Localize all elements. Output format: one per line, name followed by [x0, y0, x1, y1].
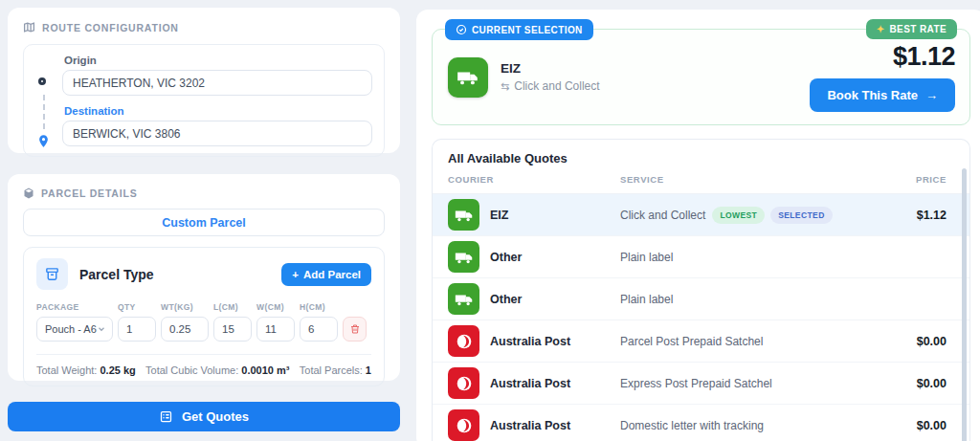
get-quotes-label: Get Quotes — [182, 409, 249, 424]
totals-divider — [36, 354, 371, 355]
parcel-row: Pouch - A6 — [36, 317, 371, 342]
parcel-details-header: PARCEL DETAILS — [23, 187, 385, 199]
route-configuration-panel: ROUTE CONFIGURATION Origin Destination — [8, 8, 400, 153]
box-icon — [23, 187, 34, 199]
quote-price: $0.00 — [870, 377, 947, 390]
eiz-logo — [448, 241, 479, 273]
route-fields: Origin Destination — [62, 53, 372, 146]
australia-post-logo — [448, 325, 479, 357]
col-qty: QTY — [118, 302, 156, 312]
truck-icon — [456, 65, 480, 90]
quote-price: $0.00 — [870, 335, 947, 348]
quote-row[interactable]: Other Plain label — [433, 278, 969, 320]
swap-arrows-icon: ⇆ — [501, 80, 509, 93]
courier-name: Australia Post — [490, 377, 570, 390]
quote-price: $0.00 — [870, 419, 947, 432]
origin-icon — [38, 77, 46, 85]
truck-icon — [454, 289, 475, 310]
best-rate-badge-label: BEST RATE — [889, 24, 947, 34]
courier-name: Other — [490, 293, 522, 306]
quote-price: $1.12 — [870, 209, 947, 222]
package-select[interactable]: Pouch - A6 — [36, 317, 113, 342]
delete-parcel-button[interactable] — [343, 317, 367, 342]
truck-icon — [454, 205, 475, 226]
parcel-details-panel: PARCEL DETAILS Custom Parcel Parcel Type… — [8, 174, 400, 381]
courier-name: EIZ — [490, 209, 508, 222]
parcel-type-card: Parcel Type + Add Parcel PACKAGE QTY WT(… — [23, 247, 385, 386]
auspost-ball-icon — [454, 373, 475, 394]
package-select-value: Pouch - A6 — [45, 323, 97, 335]
length-input[interactable] — [213, 317, 252, 342]
auspost-ball-icon — [454, 331, 475, 352]
quote-row[interactable]: Australia Post Express Post Prepaid Satc… — [433, 363, 969, 405]
current-selection-badge: CURRENT SELECTION — [445, 19, 593, 40]
destination-label: Destination — [64, 105, 372, 117]
width-input[interactable] — [256, 317, 295, 342]
total-weight: Total Weight: 0.25 kg — [36, 364, 136, 376]
destination-input[interactable] — [62, 121, 372, 146]
courier-name: Australia Post — [490, 419, 570, 432]
route-connector-line — [43, 95, 45, 129]
book-this-rate-button[interactable]: Book This Rate → — [810, 78, 955, 112]
sparkle-icon: ✦ — [877, 24, 885, 34]
quotes-scrollbar[interactable] — [962, 168, 967, 441]
all-quotes-card: All Available Quotes COURIER SERVICE PRI… — [432, 139, 970, 441]
selection-rate: $1.12 Book This Rate → — [810, 42, 955, 112]
chevron-down-icon — [97, 324, 106, 334]
quote-row[interactable]: Australia Post Parcel Post Prepaid Satch… — [433, 320, 969, 363]
parcel-type-title: Parcel Type — [79, 267, 154, 282]
service-name: Express Post Prepaid Satchel — [620, 377, 772, 390]
auspost-ball-icon — [454, 415, 475, 436]
quotes-table-header: COURIER SERVICE PRICE — [433, 174, 969, 194]
service-name: Parcel Post Prepaid Satchel — [620, 335, 763, 348]
col-w: W(CM) — [256, 302, 295, 312]
route-configuration-title: ROUTE CONFIGURATION — [42, 22, 179, 33]
service-name: Plain label — [620, 251, 673, 264]
check-circle-icon — [456, 24, 467, 35]
custom-parcel-button[interactable]: Custom Parcel — [23, 209, 385, 236]
service-name: Domestic letter with tracking — [620, 419, 764, 432]
australia-post-logo — [448, 409, 479, 441]
current-selection-badge-label: CURRENT SELECTION — [472, 25, 583, 35]
parcel-type-tile — [36, 258, 68, 290]
col-service: SERVICE — [620, 174, 870, 185]
quote-row[interactable]: Other Plain label — [433, 236, 969, 278]
height-input[interactable] — [300, 317, 338, 342]
truck-icon — [454, 247, 475, 268]
add-parcel-label: Add Parcel — [303, 269, 361, 280]
qty-input[interactable] — [118, 317, 156, 342]
parcel-details-title: PARCEL DETAILS — [41, 187, 137, 199]
col-price: PRICE — [870, 174, 947, 185]
trash-icon — [349, 323, 361, 335]
quote-row[interactable]: EIZ Click and Collect LOWESTSELECTED $1.… — [433, 194, 969, 236]
badge-selected: SELECTED — [770, 207, 833, 224]
add-parcel-button[interactable]: + Add Parcel — [281, 263, 371, 286]
best-rate-badge: ✦ BEST RATE — [866, 19, 957, 39]
quotes-panel: CURRENT SELECTION ✦ BEST RATE EIZ ⇆ Clic… — [416, 10, 980, 441]
route-configuration-header: ROUTE CONFIGURATION — [23, 21, 385, 33]
eiz-logo — [448, 199, 479, 231]
weight-input[interactable] — [161, 317, 209, 342]
quotes-list: EIZ Click and Collect LOWESTSELECTED $1.… — [433, 194, 969, 441]
all-quotes-title: All Available Quotes — [433, 140, 969, 174]
map-icon — [23, 21, 35, 33]
calculator-icon — [159, 409, 173, 424]
parcel-columns-header: PACKAGE QTY WT(KG) L(CM) W(CM) H(CM) — [36, 302, 371, 312]
selected-price: $1.12 — [810, 42, 955, 72]
origin-input[interactable] — [62, 70, 372, 96]
selected-courier: EIZ ⇆ Click and Collect — [448, 57, 600, 98]
col-package: PACKAGE — [36, 302, 113, 312]
book-this-rate-label: Book This Rate — [827, 88, 918, 102]
get-quotes-button[interactable]: Get Quotes — [8, 402, 400, 431]
arrow-right-icon: → — [925, 88, 938, 102]
eiz-logo — [448, 57, 488, 98]
badge-lowest: LOWEST — [712, 207, 765, 224]
plus-icon: + — [292, 269, 299, 280]
quote-row[interactable]: Australia Post Domestic letter with trac… — [433, 405, 969, 441]
eiz-logo — [448, 283, 479, 315]
australia-post-logo — [448, 367, 479, 399]
parcel-totals: Total Weight: 0.25 kg Total Cubic Volume… — [36, 364, 371, 376]
col-courier: COURIER — [448, 174, 620, 185]
courier-name: Other — [490, 251, 522, 264]
route-box: Origin Destination — [23, 44, 385, 157]
